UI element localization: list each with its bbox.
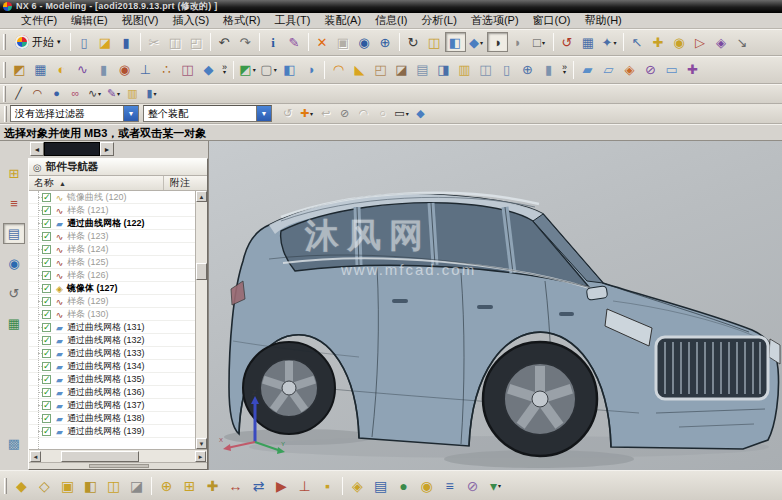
- snap-constraint-icon[interactable]: ✚: [648, 32, 669, 52]
- edge-blend-icon[interactable]: ◠: [328, 60, 349, 80]
- raster-image-icon[interactable]: ◫: [177, 60, 198, 80]
- menu-item-3[interactable]: 视图(V): [115, 13, 166, 28]
- trim-body-icon[interactable]: ◨: [433, 60, 454, 80]
- clearance-analysis-icon[interactable]: ⊘: [461, 475, 484, 496]
- image-palette-icon[interactable]: ▩: [3, 433, 25, 454]
- scroll-left-icon[interactable]: ◄: [30, 451, 41, 462]
- extrude-icon[interactable]: ◧: [279, 60, 300, 80]
- face-analysis-icon[interactable]: ◗: [508, 32, 529, 52]
- snap-cursor-icon[interactable]: ↘: [732, 32, 753, 52]
- feature-checkbox[interactable]: ✓: [42, 362, 51, 371]
- transform-curve-icon[interactable]: ✎▾: [104, 85, 123, 102]
- feature-checkbox[interactable]: ✓: [42, 414, 51, 423]
- selection-filter-dropdown[interactable]: 没有选择过滤器 ▼: [10, 105, 139, 122]
- tree-row[interactable]: ✓▰通过曲线网格 (135): [29, 373, 195, 386]
- panel-resize-sash[interactable]: [29, 462, 207, 469]
- menu-item-9[interactable]: 分析(L): [414, 13, 463, 28]
- snapshot-icon[interactable]: ◫: [424, 32, 445, 52]
- snap-point-icon[interactable]: ◉: [669, 32, 690, 52]
- shaded-view-icon[interactable]: ◧: [445, 32, 466, 52]
- tree-row[interactable]: ✓∿样条 (129): [29, 295, 195, 308]
- assembly-navigator-icon[interactable]: ⊞: [3, 163, 25, 184]
- datum-csys-icon[interactable]: ◐: [51, 60, 72, 80]
- block-icon[interactable]: ◆: [198, 60, 219, 80]
- draft-icon[interactable]: ◪: [391, 60, 412, 80]
- toolbar-grip[interactable]: [3, 34, 6, 50]
- navigator-active-tab[interactable]: [44, 142, 100, 156]
- fit-view-icon[interactable]: ✕: [312, 32, 333, 52]
- snap-vector-icon[interactable]: ▷: [690, 32, 711, 52]
- tree-row[interactable]: ✓∿样条 (121): [29, 204, 195, 217]
- column-name[interactable]: 名称 ▲: [29, 176, 164, 190]
- feature-checkbox[interactable]: ✓: [42, 427, 51, 436]
- tree-row[interactable]: ✓▰通过曲线网格 (133): [29, 347, 195, 360]
- horizontal-scrollbar[interactable]: ◄ ►: [29, 449, 207, 462]
- tree-row[interactable]: ✓◈镜像体 (127): [29, 282, 195, 295]
- scrollbar-thumb[interactable]: [61, 451, 139, 462]
- check-interference-icon[interactable]: ◪: [125, 475, 148, 496]
- helix-icon[interactable]: ●: [47, 85, 66, 102]
- internet-explorer-icon[interactable]: ◉: [3, 253, 25, 274]
- assembly-constraints-icon[interactable]: ⊥: [293, 475, 316, 496]
- interpart-link-icon[interactable]: ◉: [415, 475, 438, 496]
- assembly-sequence-icon[interactable]: ▤: [369, 475, 392, 496]
- menu-item-6[interactable]: 工具(T): [267, 13, 317, 28]
- no-snap-icon[interactable]: ⊘: [335, 105, 354, 122]
- synchronize-views-icon[interactable]: ✦▾: [599, 32, 620, 52]
- tree-row[interactable]: ✓▰通过曲线网格 (138): [29, 412, 195, 425]
- rib-icon[interactable]: ▤: [412, 60, 433, 80]
- undo-icon[interactable]: ↶: [214, 32, 235, 52]
- line-icon[interactable]: ╱: [9, 85, 28, 102]
- feature-checkbox[interactable]: ✓: [42, 388, 51, 397]
- feature-checkbox[interactable]: ✓: [42, 401, 51, 410]
- scroll-right-icon[interactable]: ►: [195, 451, 206, 462]
- feature-checkbox[interactable]: ✓: [42, 323, 51, 332]
- zoom-icon[interactable]: ◉: [354, 32, 375, 52]
- rectangle-select-icon[interactable]: ▭▾: [392, 105, 411, 122]
- point-set-icon[interactable]: ∴: [156, 60, 177, 80]
- sew-icon[interactable]: ▥: [454, 60, 475, 80]
- overflow-chevron-icon[interactable]: »▾: [562, 65, 567, 75]
- tree-row[interactable]: ✓▰通过曲线网格 (134): [29, 360, 195, 373]
- tree-row[interactable]: ✓∿样条 (125): [29, 256, 195, 269]
- feature-checkbox[interactable]: ✓: [42, 349, 51, 358]
- constraint-navigator-icon[interactable]: ≡: [3, 193, 25, 214]
- magnify-icon[interactable]: ⊕: [375, 32, 396, 52]
- feature-checkbox[interactable]: ✓: [42, 310, 51, 319]
- snap-handle-icon[interactable]: ↖: [627, 32, 648, 52]
- tree-row[interactable]: ✓∿样条 (130): [29, 308, 195, 321]
- datum-grid-icon[interactable]: ▦: [30, 60, 51, 80]
- replace-component-icon[interactable]: ▶: [270, 475, 293, 496]
- column-note[interactable]: 附注: [164, 176, 207, 190]
- unite-icon[interactable]: ⊕: [517, 60, 538, 80]
- toolbar-grip[interactable]: [4, 106, 7, 122]
- thicken-icon[interactable]: ▮: [538, 60, 559, 80]
- menu-item-2[interactable]: 编辑(E): [64, 13, 115, 28]
- tree-row[interactable]: ✓∿样条 (126): [29, 269, 195, 282]
- display-mode-icon[interactable]: ◑: [487, 32, 508, 52]
- touch-gesture-icon[interactable]: ✎: [284, 32, 305, 52]
- scroll-down-icon[interactable]: ▼: [196, 438, 207, 449]
- shaded-select-icon[interactable]: ◆: [411, 105, 430, 122]
- prism-table-icon[interactable]: ⊥: [135, 60, 156, 80]
- new-component-icon[interactable]: ⊞: [178, 475, 201, 496]
- sketch-in-task-icon[interactable]: ◩: [9, 60, 30, 80]
- rotate-view-icon[interactable]: ↻: [403, 32, 424, 52]
- export-curve-icon[interactable]: ▮▾: [142, 85, 161, 102]
- open-file-icon[interactable]: ◪: [95, 32, 116, 52]
- sphere-icon[interactable]: ◉: [114, 60, 135, 80]
- tree-row[interactable]: ✓∿样条 (123): [29, 230, 195, 243]
- tree-row[interactable]: ✓∿样条 (124): [29, 243, 195, 256]
- tree-row[interactable]: ✓▰通过曲线网格 (139): [29, 425, 195, 438]
- redo-icon[interactable]: ↷: [235, 32, 256, 52]
- add-component-icon[interactable]: ⊕: [155, 475, 178, 496]
- feature-checkbox[interactable]: ✓: [42, 375, 51, 384]
- shell-icon[interactable]: ◰: [370, 60, 391, 80]
- graphics-window[interactable]: 沐风网 www.mfcad.com Z X Y: [208, 141, 782, 470]
- feature-checkbox[interactable]: ✓: [42, 193, 51, 202]
- menu-item-11[interactable]: 窗口(O): [526, 13, 578, 28]
- menu-item-8[interactable]: 信息(I): [368, 13, 414, 28]
- tab-scroll-left-icon[interactable]: ◄: [30, 142, 44, 156]
- patch-icon[interactable]: ◫: [475, 60, 496, 80]
- open-component-icon[interactable]: ◇: [33, 475, 56, 496]
